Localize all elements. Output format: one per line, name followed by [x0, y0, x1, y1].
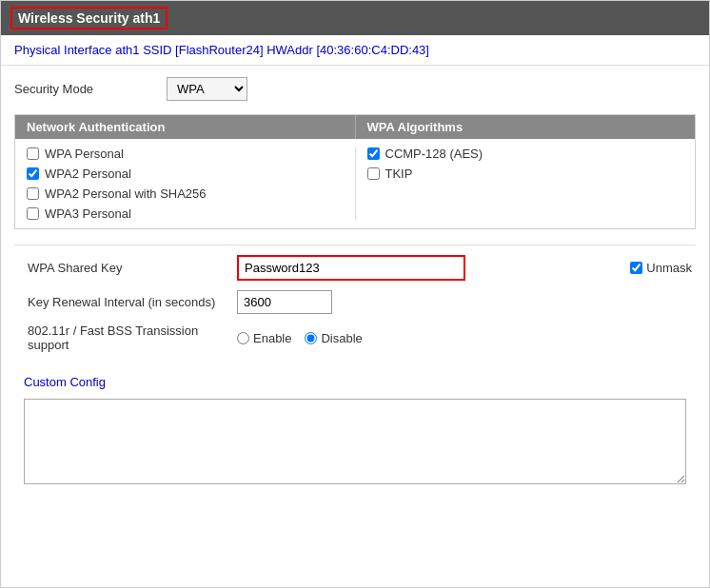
key-renewal-row: Key Renewal Interval (in seconds): [14, 290, 696, 314]
fields-section: WPA Shared Key Unmask Key Renewal Interv…: [14, 245, 696, 371]
wpa-shared-key-input[interactable]: [237, 255, 465, 281]
bss-enable-option: Enable: [237, 331, 291, 345]
list-item: WPA2 Personal with SHA256: [27, 186, 344, 201]
bss-row: 802.11r / Fast BSS Transission support E…: [14, 323, 696, 352]
bss-disable-label: Disable: [321, 331, 362, 345]
custom-config-textarea[interactable]: [24, 399, 686, 484]
list-item: WPA3 Personal: [27, 206, 344, 221]
wpa3-personal-checkbox[interactable]: [27, 207, 39, 220]
unmask-label: Unmask: [646, 261, 692, 275]
ccmp-checkbox[interactable]: [367, 147, 380, 160]
auth-section: Network Authentication WPA Algorithms WP…: [14, 114, 696, 229]
auth-col-left: WPA Personal WPA2 Personal WPA2 Personal…: [15, 147, 355, 221]
wpa-key-input-wrapper: [237, 255, 619, 281]
title-bar-text: Wireless Security ath1: [10, 7, 168, 29]
security-mode-select: WPA WPA2 WEP Disabled: [167, 77, 247, 101]
auth-col-right: CCMP-128 (AES) TKIP: [355, 147, 696, 221]
key-renewal-input-wrapper: [237, 290, 692, 314]
list-item: CCMP-128 (AES): [367, 147, 684, 161]
main-content: Security Mode WPA WPA2 WEP Disabled Netw…: [1, 66, 709, 508]
wpa-personal-label: WPA Personal: [45, 147, 124, 161]
security-mode-label: Security Mode: [14, 82, 167, 96]
bss-enable-label: Enable: [253, 331, 291, 345]
wpa-personal-checkbox[interactable]: [27, 147, 39, 160]
wpa2-personal-sha256-label: WPA2 Personal with SHA256: [45, 186, 207, 201]
unmask-checkbox[interactable]: [630, 262, 642, 274]
title-bar: Wireless Security ath1: [1, 1, 709, 35]
key-renewal-input[interactable]: [237, 290, 332, 314]
custom-config-textarea-wrapper: [24, 399, 686, 487]
wpa2-personal-checkbox[interactable]: [27, 167, 39, 180]
wpa2-personal-label: WPA2 Personal: [45, 167, 131, 181]
key-renewal-label: Key Renewal Interval (in seconds): [18, 295, 237, 309]
auth-body: WPA Personal WPA2 Personal WPA2 Personal…: [15, 139, 695, 228]
bss-options: Enable Disable: [237, 331, 363, 345]
security-mode-row: Security Mode WPA WPA2 WEP Disabled: [14, 77, 696, 101]
wpa-key-label: WPA Shared Key: [18, 261, 237, 275]
wpa-algorithms-header: WPA Algorithms: [355, 115, 696, 139]
custom-config-label: Custom Config: [14, 371, 696, 393]
bss-enable-radio[interactable]: [237, 332, 249, 344]
page-wrapper: Wireless Security ath1 Physical Interfac…: [0, 0, 710, 588]
bss-disable-radio[interactable]: [305, 332, 317, 344]
wpa2-personal-sha256-checkbox[interactable]: [27, 187, 39, 200]
network-auth-header: Network Authentication: [15, 115, 355, 139]
list-item: TKIP: [367, 167, 684, 181]
list-item: WPA2 Personal: [27, 167, 344, 181]
interface-info: Physical Interface ath1 SSID [FlashRoute…: [1, 35, 709, 66]
bss-disable-option: Disable: [305, 331, 362, 345]
ccmp-label: CCMP-128 (AES): [385, 147, 483, 161]
wpa-key-row: WPA Shared Key Unmask: [14, 255, 696, 281]
wpa3-personal-label: WPA3 Personal: [45, 206, 131, 221]
auth-headers: Network Authentication WPA Algorithms: [15, 115, 695, 139]
tkip-checkbox[interactable]: [367, 167, 380, 180]
tkip-label: TKIP: [385, 167, 413, 181]
security-mode-dropdown[interactable]: WPA WPA2 WEP Disabled: [167, 77, 247, 101]
unmask-field: Unmask: [630, 261, 692, 275]
bss-label: 802.11r / Fast BSS Transission support: [18, 323, 237, 352]
list-item: WPA Personal: [27, 147, 344, 161]
